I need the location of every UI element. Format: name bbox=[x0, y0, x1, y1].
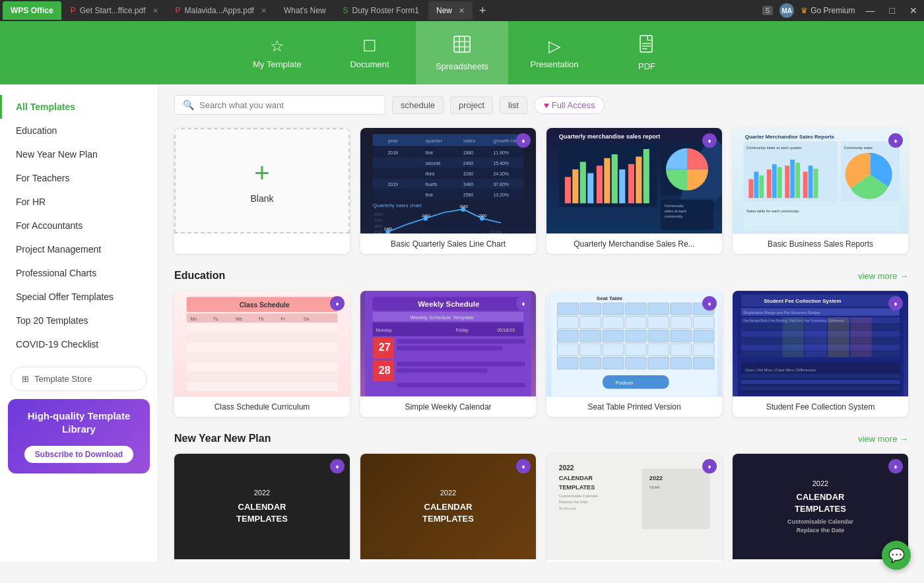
svg-rect-122 bbox=[397, 383, 525, 387]
template-label-e2: Simple Weekly Calendar bbox=[360, 396, 536, 417]
template-card-c2[interactable]: ♦ 2022 CALENDARTEMPLATES 2022 CALENDAR T… bbox=[360, 454, 536, 562]
for-hr-label: For HR bbox=[16, 197, 46, 207]
sidebar-item-for-teachers[interactable]: For Teachers bbox=[0, 166, 158, 190]
svg-rect-81 bbox=[803, 171, 808, 198]
svg-text:Customisable Calendar: Customisable Calendar bbox=[559, 494, 598, 498]
close-button[interactable]: ✕ bbox=[906, 5, 921, 16]
education-view-more[interactable]: view more → bbox=[858, 271, 908, 281]
tab-malavida[interactable]: P Malavida...Apps.pdf ✕ bbox=[168, 1, 275, 20]
subscribe-button[interactable]: Subscribe to Download bbox=[24, 446, 133, 463]
svg-rect-149 bbox=[625, 344, 646, 355]
nav-presentation[interactable]: ▷ Presentation bbox=[508, 21, 601, 84]
template-card-t1[interactable]: ♦ year quarter sales growth rate 2018 fi… bbox=[360, 128, 536, 254]
svg-rect-175 bbox=[805, 317, 826, 357]
tab-duty-roster[interactable]: S Duty Roster Form1 bbox=[335, 1, 427, 20]
svg-rect-103 bbox=[187, 372, 338, 381]
svg-rect-56 bbox=[597, 166, 603, 203]
sidebar-item-new-year[interactable]: New Year New Plan bbox=[0, 142, 158, 166]
sidebar-item-project-mgmt[interactable]: Project Management bbox=[0, 237, 158, 261]
template-card-t3[interactable]: ♦ Quarter Merchandise Sales Reports Comm… bbox=[733, 128, 908, 254]
browser-tab-bar: WPS Office P Get Start...ffice.pdf ✕ P M… bbox=[0, 0, 924, 21]
tab-new-close[interactable]: ✕ bbox=[459, 7, 465, 15]
svg-rect-146 bbox=[557, 344, 578, 355]
search-input-wrap[interactable]: 🔍 bbox=[174, 95, 385, 115]
svg-rect-159 bbox=[693, 357, 714, 369]
template-store-button[interactable]: ⊞ Template Store bbox=[11, 367, 147, 391]
svg-text:Class Schedule: Class Schedule bbox=[240, 301, 290, 309]
add-tab-button[interactable]: + bbox=[474, 4, 492, 18]
sidebar-item-top20[interactable]: Top 20 Templates bbox=[0, 309, 158, 332]
template-card-blank[interactable]: + Blank bbox=[174, 128, 350, 254]
tab-whats-new[interactable]: What's New bbox=[276, 1, 334, 20]
promo-box: High-quality Template Library Subscribe … bbox=[8, 399, 150, 474]
newyear-view-more[interactable]: view more → bbox=[858, 434, 908, 444]
search-input[interactable] bbox=[199, 100, 358, 110]
svg-rect-57 bbox=[604, 158, 610, 204]
template-card-c1[interactable]: ♦ 2022 CALENDARTEMPLATES 2022 CALENDAR T… bbox=[174, 454, 350, 562]
sidebar: All Templates Education New Year New Pla… bbox=[0, 84, 158, 562]
search-icon: 🔍 bbox=[183, 100, 194, 110]
svg-rect-133 bbox=[580, 317, 601, 328]
sidebar-item-for-hr[interactable]: For HR bbox=[0, 190, 158, 214]
tab-close-icon[interactable]: ✕ bbox=[152, 7, 158, 15]
svg-text:3280: 3280 bbox=[463, 171, 473, 176]
template-card-e2[interactable]: ♦ Weekly Schedule Weekly Schedule Templa… bbox=[360, 291, 536, 417]
full-access-button[interactable]: ♥ Full Access bbox=[534, 96, 605, 114]
maximize-button[interactable]: □ bbox=[886, 5, 899, 16]
template-card-e4[interactable]: ♦ Student Fee Collection System Registra… bbox=[733, 291, 908, 417]
tab-new[interactable]: New ✕ bbox=[428, 1, 473, 20]
svg-text:TEMPLATES: TEMPLATES bbox=[559, 484, 595, 491]
template-card-c4[interactable]: ♦ 2022 CALENDARTEMPLATES Customisable Ca… bbox=[733, 454, 908, 562]
svg-text:Fr: Fr bbox=[281, 317, 286, 321]
featured-template-grid: + Blank ♦ year quarter sales growth rate bbox=[174, 128, 908, 254]
svg-text:2560: 2560 bbox=[463, 193, 473, 197]
cal-thumb-text-c1: 2022 CALENDARTEMPLATES bbox=[226, 477, 298, 536]
svg-rect-151 bbox=[671, 344, 692, 355]
nav-my-template[interactable]: ☆ My Template bbox=[231, 21, 323, 84]
template-card-e3[interactable]: ♦ Seat Table bbox=[546, 291, 722, 417]
chat-button[interactable]: 💬 bbox=[882, 541, 911, 570]
tag-project[interactable]: project bbox=[450, 96, 493, 114]
svg-rect-54 bbox=[580, 162, 586, 203]
template-card-c3[interactable]: ♦ 2022 CALENDAR TEMPLATES Customisable C… bbox=[546, 454, 722, 562]
sidebar-item-pro-charts[interactable]: Professional Charts bbox=[0, 261, 158, 285]
template-thumb-t2: ♦ Quarterly merchandise sales report bbox=[546, 128, 722, 233]
svg-text:Community sales at each quarte: Community sales at each quarter bbox=[746, 146, 802, 150]
tab-close-icon2[interactable]: ✕ bbox=[261, 7, 267, 15]
tab-wps-office[interactable]: WPS Office bbox=[3, 1, 61, 20]
sidebar-item-for-accountants[interactable]: For Accountants bbox=[0, 214, 158, 237]
svg-rect-136 bbox=[648, 317, 669, 328]
sidebar-item-special-offer[interactable]: Special Offer Templates bbox=[0, 285, 158, 309]
svg-rect-125 bbox=[557, 303, 578, 315]
main-layout: All Templates Education New Year New Pla… bbox=[0, 84, 924, 562]
svg-text:2460: 2460 bbox=[384, 227, 393, 231]
tag-list[interactable]: list bbox=[500, 96, 527, 114]
nav-pdf[interactable]: PDF bbox=[601, 21, 693, 84]
go-premium-button[interactable]: ♛ Go Premium bbox=[801, 6, 855, 15]
template-thumb-t1: ♦ year quarter sales growth rate 2018 fi… bbox=[360, 128, 536, 233]
template-label-c1: 2022 CALENDAR TEMPLATES bbox=[174, 559, 350, 562]
sidebar-item-education[interactable]: Education bbox=[0, 119, 158, 142]
tag-schedule[interactable]: schedule bbox=[392, 96, 444, 114]
svg-rect-99 bbox=[187, 333, 338, 342]
nav-document[interactable]: ☐ Document bbox=[323, 21, 416, 84]
template-thumb-c4: ♦ 2022 CALENDARTEMPLATES Customisable Ca… bbox=[733, 454, 908, 559]
minimize-button[interactable]: — bbox=[862, 5, 879, 16]
svg-rect-154 bbox=[580, 357, 601, 369]
svg-rect-83 bbox=[814, 169, 818, 199]
sidebar-item-covid[interactable]: COVID-19 Checklist bbox=[0, 332, 158, 356]
svg-rect-148 bbox=[603, 344, 624, 355]
nav-spreadsheets[interactable]: Spreadsheets bbox=[416, 21, 508, 84]
tab-get-start[interactable]: P Get Start...ffice.pdf ✕ bbox=[63, 1, 166, 20]
template-thumb-t3: ♦ Quarter Merchandise Sales Reports Comm… bbox=[733, 128, 908, 233]
education-section-title: Education bbox=[174, 270, 225, 282]
template-card-t2[interactable]: ♦ Quarterly merchandise sales report bbox=[546, 128, 722, 254]
template-card-e1[interactable]: ♦ Class Schedule Mo Tu We Th Fr Sa bbox=[174, 291, 350, 417]
new-year-label: New Year New Plan bbox=[16, 149, 98, 160]
template-thumb-e1: ♦ Class Schedule Mo Tu We Th Fr Sa bbox=[174, 291, 350, 396]
premium-badge-c4: ♦ bbox=[888, 459, 903, 474]
svg-rect-182 bbox=[741, 386, 900, 390]
chat-icon: 💬 bbox=[888, 547, 905, 563]
sidebar-item-all-templates[interactable]: All Templates bbox=[0, 95, 158, 119]
svg-text:We: We bbox=[236, 317, 242, 321]
